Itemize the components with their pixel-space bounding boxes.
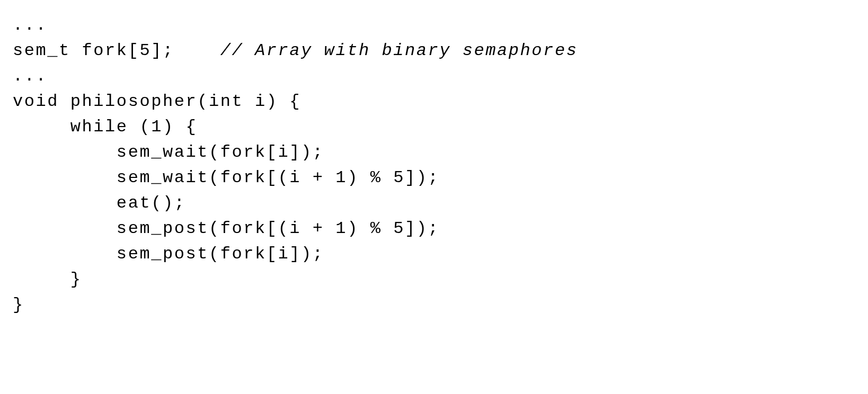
code-line: sem_post(fork[i]); [13, 241, 855, 267]
code-line: sem_wait(fork[i]); [13, 140, 855, 165]
code-line: sem_post(fork[(i + 1) % 5]); [13, 216, 855, 241]
code-text: sem_t fork[5]; [13, 41, 220, 60]
code-block: ...sem_t fork[5]; // Array with binary s… [13, 13, 855, 318]
code-line: sem_t fork[5]; // Array with binary sema… [13, 38, 855, 64]
code-line: void philosopher(int i) { [13, 89, 855, 114]
code-line: ... [13, 64, 855, 89]
code-line: } [13, 267, 855, 292]
code-line: ... [13, 13, 855, 38]
code-line: } [13, 292, 855, 318]
code-line: sem_wait(fork[(i + 1) % 5]); [13, 165, 855, 191]
code-comment: // Array with binary semaphores [220, 41, 578, 60]
code-line: while (1) { [13, 114, 855, 140]
code-line: eat(); [13, 191, 855, 216]
